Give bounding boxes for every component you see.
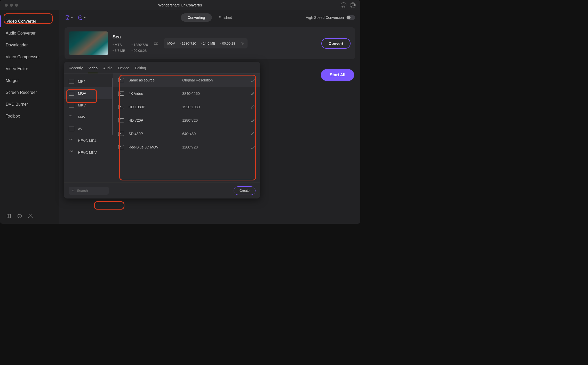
- format-list[interactable]: MP4 MOV MKV M4VM4V AVI HEVCHEVC MP4 HEVC…: [64, 73, 113, 182]
- sidebar-item-video-editor[interactable]: Video Editor: [0, 63, 59, 75]
- popup-tab-editing[interactable]: Editing: [135, 66, 146, 73]
- input-size: 6.7 MB: [113, 49, 125, 53]
- gear-icon[interactable]: [240, 41, 244, 45]
- output-size: 14.6 MB: [201, 42, 216, 45]
- edit-icon[interactable]: [251, 105, 255, 109]
- film-icon: [69, 127, 74, 131]
- sidebar: Video Converter Audio Converter Download…: [0, 10, 59, 224]
- create-preset-button[interactable]: Create: [234, 186, 256, 195]
- popup-tab-device[interactable]: Device: [118, 66, 129, 73]
- svg-point-3: [31, 215, 32, 216]
- output-resolution: 1280*720: [180, 42, 196, 45]
- edit-icon[interactable]: [251, 78, 255, 82]
- edit-icon[interactable]: [251, 132, 255, 136]
- preset-name: 4K Video: [129, 92, 178, 96]
- popup-tab-audio[interactable]: Audio: [103, 66, 113, 73]
- hevc-icon: HEVC: [69, 150, 74, 155]
- high-speed-toggle[interactable]: [346, 15, 355, 20]
- start-all-button[interactable]: Start All: [321, 69, 354, 81]
- file-name: Sea: [113, 34, 148, 40]
- svg-point-2: [29, 215, 30, 216]
- sidebar-item-dvd-burner[interactable]: DVD Burner: [0, 98, 59, 110]
- format-item-hevc-mkv[interactable]: HEVCHEVC MKV: [64, 147, 113, 159]
- window-title: Wondershare UniConverter: [0, 3, 360, 7]
- video-icon: [69, 103, 74, 107]
- file-thumbnail[interactable]: [69, 31, 108, 55]
- svg-point-4: [78, 16, 82, 20]
- svg-point-7: [72, 190, 74, 191]
- tab-finished[interactable]: Finished: [212, 13, 239, 22]
- status-segment: Converting Finished: [181, 13, 239, 22]
- format-label: MP4: [78, 79, 85, 84]
- edit-icon[interactable]: [251, 145, 255, 149]
- video-icon: [118, 145, 124, 149]
- format-item-mov[interactable]: MOV: [64, 87, 113, 99]
- preset-resolution: 1280*720: [182, 118, 246, 122]
- format-label: HEVC MP4: [78, 139, 97, 143]
- format-label: AVI: [78, 127, 84, 131]
- add-disc-button[interactable]: ▾: [77, 15, 86, 20]
- output-format: MOV: [167, 42, 175, 45]
- sidebar-item-screen-recorder[interactable]: Screen Recorder: [0, 87, 59, 98]
- add-file-button[interactable]: ▾: [65, 15, 73, 20]
- video-icon: [118, 132, 124, 136]
- popup-tab-recently[interactable]: Recently: [69, 66, 83, 73]
- preset-resolution: Original Resolution: [182, 78, 246, 82]
- search-icon: [72, 189, 75, 193]
- preset-resolution: 640*480: [182, 132, 246, 136]
- m4v-icon: M4V: [69, 115, 74, 119]
- format-label: MKV: [78, 103, 86, 107]
- format-item-avi[interactable]: AVI: [64, 123, 113, 135]
- video-icon: [118, 105, 124, 109]
- tab-converting[interactable]: Converting: [181, 13, 212, 22]
- sidebar-item-merger[interactable]: Merger: [0, 75, 59, 87]
- community-icon[interactable]: [28, 213, 33, 219]
- svg-point-6: [242, 43, 243, 44]
- preset-name: Same as source: [129, 78, 178, 82]
- format-item-m4v[interactable]: M4VM4V: [64, 111, 113, 123]
- high-speed-label: High Speed Conversion: [306, 15, 344, 20]
- preset-item[interactable]: Same as sourceOriginal Resolution: [113, 73, 260, 87]
- format-item-hevc-mp4[interactable]: HEVCHEVC MP4: [64, 135, 113, 147]
- preset-search[interactable]: [69, 187, 109, 195]
- sidebar-item-toolbox[interactable]: Toolbox: [0, 110, 59, 122]
- edit-icon[interactable]: [251, 118, 255, 122]
- preset-name: HD 1080P: [129, 105, 178, 109]
- input-duration: 00:00:28: [131, 49, 148, 53]
- sidebar-item-video-converter[interactable]: Video Converter: [0, 15, 59, 27]
- sidebar-item-downloader[interactable]: Downloader: [0, 39, 59, 51]
- preset-resolution: 3840*2160: [182, 92, 246, 96]
- sidebar-item-video-compressor[interactable]: Video Compressor: [0, 51, 59, 63]
- chevron-down-icon: ▾: [84, 16, 86, 19]
- preset-resolution: 1280*720: [182, 145, 246, 149]
- arrow-convert-icon: ⇄: [154, 40, 158, 46]
- edit-icon[interactable]: [251, 92, 255, 96]
- format-label: M4V: [78, 115, 85, 119]
- preset-item[interactable]: HD 720P1280*720: [113, 114, 260, 127]
- format-label: MOV: [78, 91, 86, 95]
- video-icon: [118, 78, 124, 82]
- help-icon[interactable]: [17, 213, 22, 219]
- search-input[interactable]: [77, 189, 106, 193]
- toolbar: ▾ ▾ Converting Finished High Speed Conve…: [59, 10, 360, 25]
- preset-item[interactable]: SD 480P640*480: [113, 127, 260, 140]
- hevc-icon: HEVC: [69, 138, 74, 143]
- video-icon: [118, 118, 124, 122]
- preset-item[interactable]: 4K Video3840*2160: [113, 87, 260, 100]
- preset-item[interactable]: Red-Blue 3D MOV1280*720: [113, 140, 260, 154]
- convert-button[interactable]: Convert: [321, 38, 351, 49]
- format-item-mp4[interactable]: MP4: [64, 76, 113, 87]
- preset-item[interactable]: HD 1080P1920*1080: [113, 100, 260, 114]
- file-card: Sea MTS 1280*720 6.7 MB 00:00:28 ⇄ MOV 1…: [65, 27, 355, 59]
- format-popup: Recently Video Audio Device Editing MP4 …: [64, 62, 260, 198]
- format-item-mkv[interactable]: MKV: [64, 99, 113, 111]
- input-format: MTS: [113, 43, 125, 47]
- guide-icon[interactable]: [6, 213, 11, 219]
- video-icon: [118, 92, 124, 96]
- disc-icon: [69, 79, 74, 84]
- popup-tab-video[interactable]: Video: [88, 66, 98, 73]
- sidebar-item-audio-converter[interactable]: Audio Converter: [0, 27, 59, 39]
- preset-list[interactable]: Same as sourceOriginal Resolution 4K Vid…: [113, 73, 260, 182]
- output-pill[interactable]: MOV 1280*720 14.6 MB 00:00:28: [164, 38, 248, 48]
- titlebar: Wondershare UniConverter: [0, 0, 360, 10]
